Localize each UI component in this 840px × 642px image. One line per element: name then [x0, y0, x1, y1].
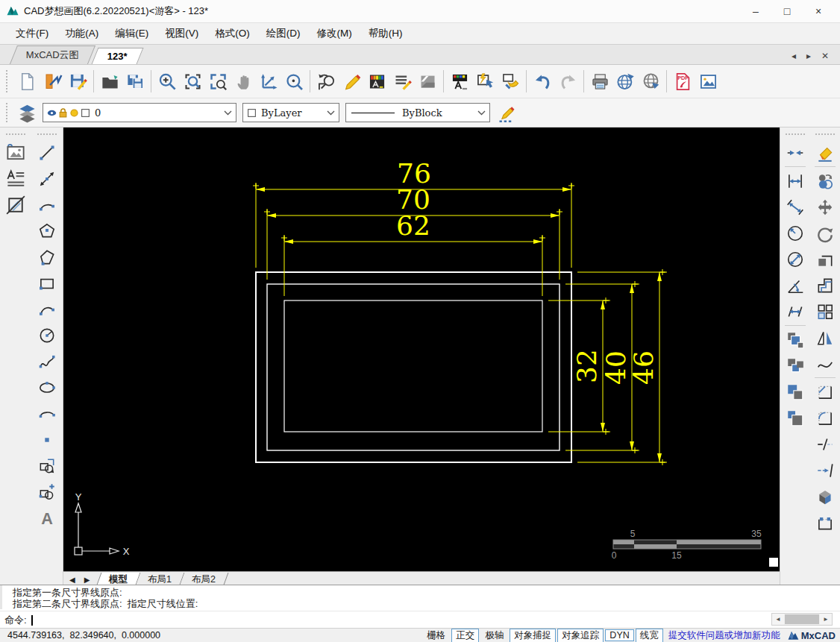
fit-curve-icon[interactable] — [815, 354, 835, 374]
feedback-link[interactable]: 提交软件问题或增加新功能 — [668, 629, 780, 642]
zoom-center-icon[interactable] — [284, 72, 304, 92]
construction-line-icon[interactable] — [37, 169, 57, 189]
radius-dimension-icon[interactable] — [786, 224, 805, 243]
publish-web-icon[interactable] — [615, 72, 636, 92]
tab-next-button[interactable]: ▸ — [801, 51, 816, 61]
zoom-extents-icon[interactable] — [208, 72, 228, 92]
menu-item[interactable]: 编辑(E) — [107, 25, 157, 43]
mirror-icon[interactable] — [815, 328, 835, 347]
print-icon[interactable] — [590, 72, 610, 92]
open-web-icon[interactable] — [641, 72, 661, 92]
menu-item[interactable]: 帮助(H) — [360, 25, 411, 43]
redo-icon[interactable] — [558, 72, 578, 92]
close-button[interactable]: × — [803, 1, 834, 21]
toolbar-grip[interactable] — [815, 133, 835, 135]
save-as-icon[interactable] — [125, 72, 145, 92]
status-toggle[interactable]: 栅格 — [422, 629, 450, 642]
toolbar-grip[interactable] — [6, 103, 11, 123]
layout-next-button[interactable]: ▶ — [80, 576, 95, 584]
document-tab[interactable]: MxCAD云图 — [10, 45, 95, 64]
undo-icon[interactable] — [533, 72, 553, 92]
multiline-text-icon[interactable] — [4, 168, 27, 190]
color-select[interactable]: ByLayer — [242, 103, 339, 122]
layer-select[interactable]: 0 — [43, 103, 236, 122]
insert-block-icon[interactable] — [37, 456, 57, 476]
copy-icon[interactable] — [815, 171, 835, 191]
export-image-icon[interactable] — [698, 72, 718, 92]
menu-item[interactable]: 绘图(D) — [258, 25, 309, 43]
maximize-button[interactable]: □ — [771, 1, 803, 21]
edit-polyline-icon[interactable] — [815, 513, 835, 532]
toolbar-grip[interactable] — [37, 133, 57, 135]
insert-image-icon[interactable] — [4, 142, 27, 164]
toolbar-grip[interactable] — [6, 70, 11, 93]
match-properties-icon[interactable] — [501, 72, 521, 92]
layers-icon[interactable] — [17, 103, 37, 123]
tab-prev-button[interactable]: ◂ — [786, 51, 801, 61]
scroll-thumb[interactable] — [785, 614, 819, 624]
continue-dimension-icon[interactable] — [786, 302, 805, 321]
minimize-button[interactable]: – — [740, 1, 771, 21]
offset-icon[interactable] — [815, 276, 835, 295]
hatch-icon[interactable] — [4, 194, 27, 216]
angular-dimension-icon[interactable] — [786, 276, 805, 295]
move-icon[interactable] — [815, 198, 835, 217]
drawing-canvas[interactable]: 76 70 62 — [63, 128, 780, 571]
linetype-settings-icon[interactable] — [392, 72, 413, 92]
tab-close-button[interactable]: ✕ — [816, 51, 834, 61]
zoom-dynamic-icon[interactable] — [259, 72, 279, 92]
aligned-dimension-icon[interactable] — [786, 198, 805, 217]
rectangle-icon[interactable] — [37, 274, 57, 293]
status-toggle[interactable]: DYN — [605, 629, 633, 641]
scroll-left-button[interactable]: ◄ — [772, 614, 784, 625]
open-file-icon[interactable] — [100, 72, 120, 92]
line-icon[interactable] — [37, 143, 57, 163]
menu-item[interactable]: 功能(A) — [57, 25, 107, 43]
zoom-window-icon[interactable] — [183, 72, 203, 92]
scale-icon[interactable] — [815, 250, 835, 269]
menu-item[interactable]: 格式(O) — [207, 25, 258, 43]
draw-order-above-icon[interactable] — [786, 383, 805, 402]
rotate-icon[interactable] — [815, 224, 835, 243]
linetype-select[interactable]: ByBlock — [345, 103, 490, 122]
fillet-icon[interactable] — [815, 409, 835, 428]
layout-settings-icon[interactable] — [418, 72, 438, 92]
create-block-icon[interactable] — [37, 482, 57, 502]
status-toggle[interactable]: 对象捕捉 — [510, 629, 556, 642]
pan-icon[interactable] — [233, 72, 254, 92]
draw-pencil-icon[interactable] — [342, 72, 362, 92]
menu-item[interactable]: 文件(F) — [7, 25, 57, 43]
break-icon[interactable] — [815, 435, 835, 454]
array-icon[interactable] — [815, 302, 835, 321]
draw-order-front-icon[interactable] — [786, 330, 805, 350]
quick-select-icon[interactable] — [475, 72, 495, 92]
menu-item[interactable]: 视图(V) — [157, 25, 207, 43]
scroll-right-button[interactable]: ► — [820, 614, 832, 625]
toolbar-grip[interactable] — [786, 133, 805, 135]
chamfer-icon[interactable] — [815, 383, 835, 402]
box-3d-icon[interactable] — [815, 487, 835, 506]
arc-icon[interactable] — [37, 195, 57, 215]
draw-order-back-icon[interactable] — [786, 356, 805, 376]
zoom-previous-icon[interactable] — [316, 72, 336, 92]
text-style-icon[interactable] — [450, 72, 470, 92]
freehand-polygon-icon[interactable] — [37, 248, 57, 267]
draw-order-below-icon[interactable] — [786, 409, 805, 428]
export-pdf-icon[interactable]: PDF — [673, 72, 693, 92]
toolbar-grip[interactable] — [6, 133, 25, 135]
ellipse-arc-icon[interactable] — [37, 404, 57, 424]
save-icon[interactable] — [68, 72, 88, 92]
menu-item[interactable]: 修改(M) — [309, 25, 360, 43]
single-text-icon[interactable]: A — [37, 509, 57, 528]
spline-icon[interactable] — [37, 352, 57, 371]
status-toggle[interactable]: 正交 — [451, 629, 479, 642]
viewport-corner-handle[interactable] — [769, 558, 778, 567]
status-toggle[interactable]: 线宽 — [636, 629, 663, 642]
polygon-icon[interactable] — [37, 221, 57, 241]
circle-icon[interactable] — [37, 326, 57, 345]
point-icon[interactable] — [37, 430, 57, 450]
three-point-arc-icon[interactable] — [37, 300, 57, 319]
extend-icon[interactable] — [815, 461, 835, 480]
open-cloud-icon[interactable] — [43, 72, 63, 92]
new-file-icon[interactable] — [17, 72, 37, 92]
